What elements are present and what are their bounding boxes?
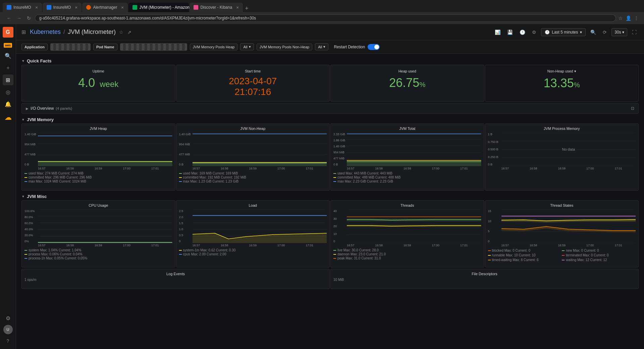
load-panel: Load 2.5 2.0 1.5 1.0 0.5 0 <box>176 200 330 267</box>
star-button[interactable]: ☆ <box>118 29 124 36</box>
tab-close-2[interactable]: ✕ <box>75 6 77 9</box>
restart-detection-container: Restart Detection <box>334 44 380 50</box>
uptime-number: 4.0 <box>78 76 95 90</box>
forward-button[interactable]: → <box>15 15 23 21</box>
sidebar-icon-explore[interactable]: ◎ <box>3 87 13 97</box>
tab-label-4: JVM (Micrometer) - Amazon ... <box>139 5 194 10</box>
breadcrumb-kubernetes[interactable]: Kubernetes <box>30 29 61 36</box>
log-events-panel: Log Events 1 ops/m <box>21 269 330 289</box>
time-range-picker[interactable]: 🕐 Last 5 minutes ▾ <box>541 28 586 36</box>
refresh-interval-btn[interactable]: 30s ▾ <box>611 28 627 36</box>
menu-icon[interactable]: ⋮ <box>634 15 639 21</box>
sidebar-icon-dashboards[interactable]: ⊞ <box>3 74 13 85</box>
tab-insure1[interactable]: InsureMO ✕ <box>3 3 42 12</box>
file-descriptors-panel: File Descriptors 10 MiB <box>330 269 639 289</box>
io-panels-count: (4 panels) <box>56 106 72 110</box>
settings-button[interactable]: ⚙ <box>530 28 538 36</box>
sidebar-icon-aws[interactable]: ☁ <box>3 112 13 123</box>
non-heap-unit: % <box>574 81 580 89</box>
jvm-process-y-axis: 1 B 0.750 B 0.500 B 0.250 B 0 B <box>488 133 501 166</box>
file-desc-unit: 10 MiB <box>333 278 636 282</box>
thread-states-panel: Thread States 15 10 5 0 <box>485 200 639 267</box>
sidebar-icon-search[interactable]: 🔍 <box>3 50 13 61</box>
save-button[interactable]: 💾 <box>505 28 515 36</box>
non-heap-used-label: Non-Heap used ▾ <box>491 69 633 73</box>
jvm-memory-section-header[interactable]: ▼ JVM Memory <box>21 115 639 123</box>
tab-close-1[interactable]: ✕ <box>35 6 38 9</box>
dashboards-icon: ⊞ <box>21 29 26 35</box>
threads-title: Threads <box>333 203 481 207</box>
jvm-process-chart-wrapper: 1 B 0.750 B 0.500 B 0.250 B 0 B <box>488 133 636 166</box>
start-time-card: Start time 2023-04-07 21:07:16 <box>176 65 330 102</box>
uptime-label: Uptime <box>27 69 170 73</box>
addr-icons: ☆ 👤 ⋮ <box>619 15 639 21</box>
jvm-nonheap-chart <box>193 133 327 166</box>
io-overview-section[interactable]: ▶ I/O Overview (4 panels) ⊡ <box>21 103 639 114</box>
jvm-heap-filter[interactable]: JVM Memory Pools Heap <box>190 44 238 50</box>
breadcrumb-sep: / <box>63 29 65 36</box>
application-filter-label[interactable]: Application <box>21 44 48 50</box>
tab-favicon-2 <box>47 5 51 10</box>
ts-chart <box>501 209 636 243</box>
heap-used-unit: % <box>419 81 425 88</box>
jvm-total-chart <box>347 133 481 166</box>
jvm-nonheap-value: All <box>318 45 322 49</box>
jvm-process-chart: No data <box>501 133 636 166</box>
tab-alertmanager[interactable]: Alertmanager ✕ <box>82 3 128 12</box>
tab-jvm[interactable]: JVM (Micrometer) - Amazon ... ✕ <box>128 3 189 12</box>
zoom-out-button[interactable]: 🔍 <box>588 28 598 36</box>
jvm-heap-value-dropdown[interactable]: All ▾ <box>240 43 254 50</box>
svg-marker-5 <box>38 161 172 166</box>
jvm-heap-chart <box>38 133 172 166</box>
refresh-icon-button[interactable]: ⟳ <box>601 28 609 36</box>
restart-detection-toggle[interactable] <box>368 44 380 50</box>
breadcrumb-dashboard: JVM (Micrometer) <box>68 29 116 36</box>
ts-y-axis: 15 10 5 0 <box>488 209 501 243</box>
browser-chrome: InsureMO ✕ InsureMO ✕ Alertmanager ✕ JVM… <box>0 0 644 24</box>
sidebar-icon-add[interactable]: ＋ <box>3 62 13 73</box>
sidebar-avatar[interactable]: U <box>3 325 13 334</box>
tab-kibana[interactable]: Discover - Kibana ✕ <box>190 3 243 12</box>
profile-icon[interactable]: 👤 <box>626 15 631 21</box>
new-tab-button[interactable]: + <box>245 5 249 12</box>
jvm-nonheap-value-dropdown[interactable]: All ▾ <box>315 43 328 50</box>
io-expand-icon[interactable]: ⊡ <box>631 106 634 111</box>
tab-close-5[interactable]: ✕ <box>236 6 239 9</box>
reload-button[interactable]: ↻ <box>25 15 32 21</box>
quick-facts-section-header[interactable]: ▼ Quick Facts <box>21 56 639 65</box>
refresh-interval-label: 30s <box>614 30 621 35</box>
fullscreen-button[interactable]: ⛶ <box>630 28 639 36</box>
tab-favicon-4 <box>132 5 137 10</box>
jvm-memory-arrow: ▼ <box>21 118 25 121</box>
pod-name-filter-value[interactable] <box>120 43 187 51</box>
jvm-misc-section-header[interactable]: ▼ JVM Misc <box>21 192 639 200</box>
chevron-down-icon: ▾ <box>580 30 582 35</box>
non-heap-number: 13.35 <box>544 76 574 90</box>
add-panel-button[interactable]: 📊 <box>493 28 502 36</box>
sidebar-icon-help[interactable]: ? <box>3 336 13 346</box>
address-bar: ← → ↻ ☆ 👤 ⋮ <box>0 12 644 24</box>
bookmark-icon[interactable]: ☆ <box>619 15 623 21</box>
aws-badge: aws <box>4 43 12 48</box>
jvm-heap-value: All <box>243 45 247 49</box>
sidebar-icon-settings[interactable]: ⚙ <box>3 313 13 323</box>
no-data-label: No data <box>501 133 636 166</box>
cpu-chart <box>38 209 172 243</box>
jvm-nonheap-x-axis: 16:5716:5816:5917:0017:01 <box>179 167 327 170</box>
nonheap-chevron-icon: ▾ <box>323 45 325 49</box>
tab-label-2: InsureMO <box>53 5 71 10</box>
history-button[interactable]: 🕐 <box>518 28 527 36</box>
jvm-heap-legend: used Max: 274 MiB Current: 274 MiB commi… <box>24 171 172 183</box>
threads-y-axis: 40 30 20 10 0 <box>333 209 347 243</box>
url-input[interactable] <box>35 14 616 22</box>
application-filter-value[interactable] <box>50 43 91 51</box>
share-button[interactable]: ⇗ <box>127 29 132 36</box>
jvm-nonheap-filter[interactable]: JVM Memory Pools Non-Heap <box>257 44 313 50</box>
grafana-logo[interactable]: G <box>3 27 13 38</box>
pod-name-filter-label[interactable]: Pod Name <box>93 44 117 50</box>
tab-close-3[interactable]: ✕ <box>121 6 124 9</box>
threads-x-axis: 16:5716:5816:5917:0017:01 <box>333 244 481 247</box>
back-button[interactable]: ← <box>5 15 13 21</box>
tab-insure2[interactable]: InsureMO ✕ <box>43 3 82 12</box>
sidebar-icon-alerts[interactable]: 🔔 <box>3 99 13 109</box>
